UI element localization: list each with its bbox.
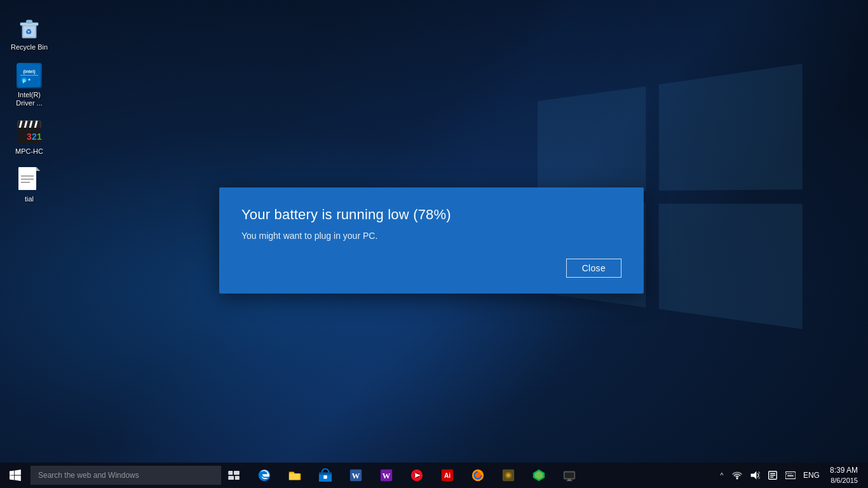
taskbar-app-acrobat[interactable]: Ai	[432, 463, 463, 488]
taskbar-app-edge[interactable]	[249, 463, 280, 488]
volume-icon[interactable]	[747, 463, 763, 488]
taskbar-app-word[interactable]: W	[341, 463, 371, 488]
svg-text:1: 1	[37, 132, 42, 142]
close-button[interactable]: Close	[566, 259, 621, 278]
desktop-icon-tial[interactable]: tial	[6, 165, 52, 206]
svg-rect-29	[228, 476, 234, 480]
task-view-button[interactable]	[221, 463, 247, 488]
taskbar-app-wordpad[interactable]: W	[371, 463, 402, 488]
taskbar-app-10[interactable]	[524, 463, 554, 488]
desktop-icon-intel[interactable]: (intel) + p Intel(R)Driver ...	[6, 60, 52, 110]
notification-body: You might want to plug in your PC.	[241, 231, 621, 241]
svg-rect-51	[565, 472, 574, 478]
desktop: ♻ Recycle Bin (intel) + p	[0, 0, 868, 488]
mpc-label: MPC-HC	[15, 147, 43, 156]
svg-rect-3	[26, 20, 32, 24]
taskbar-app-store[interactable]	[310, 463, 341, 488]
svg-rect-30	[235, 476, 240, 480]
svg-rect-59	[770, 477, 774, 477]
language-indicator[interactable]: ENG	[801, 471, 822, 480]
taskbar: W W A	[0, 463, 868, 488]
svg-marker-23	[36, 167, 40, 171]
svg-rect-52	[567, 479, 571, 480]
svg-marker-55	[751, 471, 757, 480]
svg-text:p: p	[23, 78, 25, 83]
taskbar-search-input[interactable]	[31, 466, 221, 485]
svg-rect-32	[319, 472, 332, 475]
svg-rect-61	[787, 473, 788, 475]
text-file-icon	[17, 167, 42, 193]
system-clock[interactable]: 8:39 AM 8/6/2015	[825, 463, 863, 488]
svg-text:W: W	[383, 471, 391, 480]
svg-text:+: +	[28, 77, 31, 83]
svg-rect-7	[20, 75, 38, 76]
intel-icon: (intel) + p	[17, 63, 42, 88]
action-center-icon[interactable]	[765, 463, 780, 488]
svg-rect-21	[18, 167, 36, 190]
taskbar-app-9[interactable]	[493, 463, 524, 488]
taskbar-apps: W W A	[247, 463, 712, 488]
recycle-bin-icon: ♻	[17, 15, 42, 41]
tray-expand-button[interactable]: ^	[717, 463, 727, 488]
svg-rect-33	[323, 475, 327, 479]
taskbar-app-firefox[interactable]	[463, 463, 493, 488]
svg-point-54	[736, 477, 738, 479]
svg-rect-28	[234, 471, 240, 475]
desktop-icon-recycle-bin[interactable]: ♻ Recycle Bin	[6, 13, 52, 54]
network-icon[interactable]	[729, 463, 745, 488]
svg-text:2: 2	[32, 132, 37, 142]
tial-label: tial	[25, 195, 34, 203]
svg-rect-65	[787, 475, 794, 477]
system-tray: ^	[712, 463, 868, 488]
battery-notification-dialog: Your battery is running low (78%) You mi…	[219, 187, 644, 294]
recycle-bin-label: Recycle Bin	[11, 43, 48, 51]
svg-text:Ai: Ai	[444, 472, 451, 479]
svg-text:3: 3	[27, 132, 32, 142]
svg-text:W: W	[352, 471, 360, 480]
svg-rect-64	[792, 473, 794, 475]
taskbar-app-11[interactable]	[554, 463, 585, 488]
clock-date: 8/6/2015	[831, 476, 858, 485]
svg-text:♻: ♻	[25, 28, 32, 36]
svg-rect-27	[228, 471, 233, 475]
intel-label: Intel(R)Driver ...	[16, 91, 43, 107]
svg-rect-63	[790, 473, 792, 475]
svg-point-47	[506, 473, 510, 477]
svg-rect-57	[770, 473, 775, 474]
svg-text:(intel): (intel)	[23, 69, 35, 74]
svg-rect-53	[566, 480, 572, 481]
desktop-icon-mpc-hc[interactable]: 3 2 1 MPC-HC	[6, 117, 52, 158]
svg-rect-62	[789, 473, 790, 475]
taskbar-app-file-explorer[interactable]	[280, 463, 310, 488]
notification-actions: Close	[241, 259, 621, 278]
mpc-icon: 3 2 1	[17, 119, 42, 145]
start-button[interactable]	[0, 463, 31, 488]
svg-rect-58	[770, 475, 775, 475]
clock-time: 8:39 AM	[830, 466, 858, 476]
desktop-icons: ♻ Recycle Bin (intel) + p	[0, 6, 58, 212]
taskbar-app-media-player[interactable]	[402, 463, 432, 488]
keyboard-icon[interactable]	[783, 463, 798, 488]
notification-title: Your battery is running low (78%)	[241, 207, 621, 223]
